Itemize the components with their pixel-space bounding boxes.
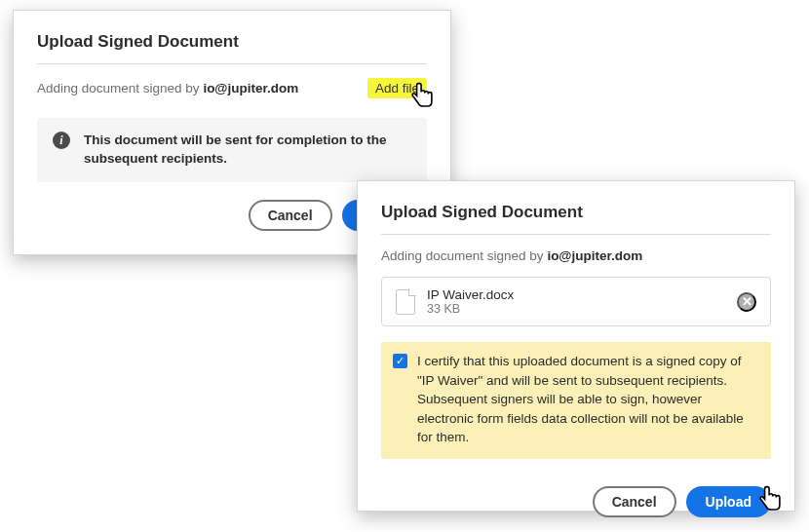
dialog-actions: Cancel Upload bbox=[381, 486, 771, 517]
certify-checkbox[interactable]: ✓ bbox=[393, 354, 407, 368]
signer-email: io@jupiter.dom bbox=[547, 248, 642, 263]
document-icon bbox=[396, 289, 415, 315]
file-size: 33 KB bbox=[427, 302, 725, 316]
certify-box: ✓ I certify that this uploaded document … bbox=[381, 342, 771, 459]
divider bbox=[381, 234, 771, 235]
upload-signed-dialog-confirm: Upload Signed Document Adding document s… bbox=[357, 180, 795, 512]
dialog-title: Upload Signed Document bbox=[37, 32, 427, 52]
adding-label: Adding document signed by io@jupiter.dom bbox=[37, 81, 298, 95]
signer-email: io@jupiter.dom bbox=[203, 81, 298, 95]
close-icon: ✕ bbox=[742, 294, 752, 309]
divider bbox=[37, 63, 427, 64]
adding-document-row: Adding document signed by io@jupiter.dom bbox=[381, 248, 771, 263]
info-icon: i bbox=[53, 132, 70, 149]
dialog-title: Upload Signed Document bbox=[381, 203, 771, 222]
adding-document-row: Adding document signed by io@jupiter.dom… bbox=[37, 78, 427, 98]
certify-text: I certify that this uploaded document is… bbox=[417, 352, 759, 447]
info-text: This document will be sent for completio… bbox=[84, 132, 411, 169]
remove-file-button[interactable]: ✕ bbox=[737, 292, 756, 312]
uploaded-file-row: IP Waiver.docx 33 KB ✕ bbox=[381, 277, 771, 326]
cancel-button[interactable]: Cancel bbox=[249, 200, 332, 231]
file-name: IP Waiver.docx bbox=[427, 287, 725, 302]
cancel-button[interactable]: Cancel bbox=[593, 486, 676, 517]
info-box: i This document will be sent for complet… bbox=[37, 118, 427, 182]
file-meta: IP Waiver.docx 33 KB bbox=[427, 287, 725, 316]
add-file-button[interactable]: Add file bbox=[367, 78, 427, 98]
check-icon: ✓ bbox=[396, 355, 404, 367]
upload-button[interactable]: Upload bbox=[686, 486, 771, 517]
